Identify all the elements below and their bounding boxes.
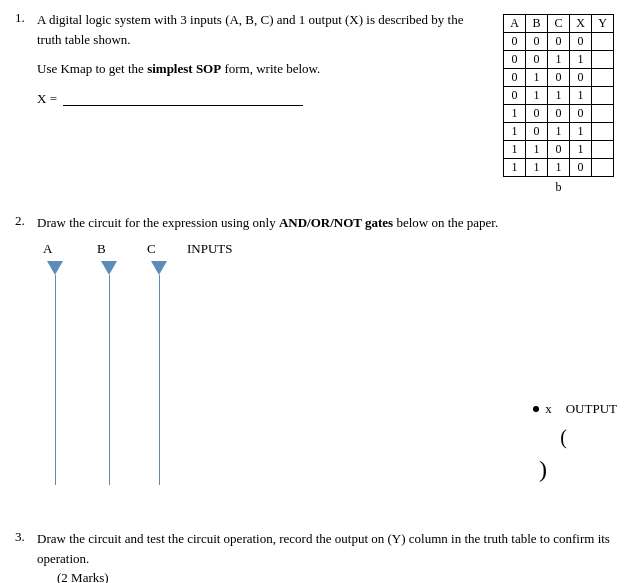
table-cell: 0 bbox=[570, 159, 592, 177]
table-row: 1000 bbox=[504, 105, 614, 123]
table-cell: 1 bbox=[526, 69, 548, 87]
q3-description: Draw the circuit and test the circuit op… bbox=[37, 529, 614, 571]
line-a bbox=[55, 275, 56, 485]
table-cell: 0 bbox=[504, 33, 526, 51]
q2-text2: below on the paper. bbox=[393, 215, 498, 230]
table-row: 1101 bbox=[504, 141, 614, 159]
table-cell bbox=[592, 51, 614, 69]
col-header-y: Y bbox=[592, 15, 614, 33]
q1-description: A digital logic system with 3 inputs (A,… bbox=[37, 10, 483, 49]
table-cell: 1 bbox=[570, 123, 592, 141]
table-row: 0011 bbox=[504, 51, 614, 69]
table-cell: 0 bbox=[504, 69, 526, 87]
table-cell: 1 bbox=[526, 87, 548, 105]
table-cell: 0 bbox=[526, 33, 548, 51]
table-cell: 1 bbox=[504, 123, 526, 141]
table-cell: 1 bbox=[526, 141, 548, 159]
table-cell: 0 bbox=[570, 33, 592, 51]
truth-table: A B C X Y 000000110100011110001011110111… bbox=[503, 14, 614, 177]
output-dot bbox=[533, 406, 539, 412]
triangle-a bbox=[47, 261, 63, 275]
table-cell: 1 bbox=[548, 51, 570, 69]
inputs-group-label: INPUTS bbox=[187, 241, 233, 257]
input-a-line bbox=[47, 261, 63, 485]
q2-text1: Draw the circuit for the expression usin… bbox=[37, 215, 279, 230]
table-cell: 0 bbox=[548, 33, 570, 51]
q2-content: Draw the circuit for the expression usin… bbox=[37, 213, 629, 511]
table-row: 1110 bbox=[504, 159, 614, 177]
q3-content: Draw the circuit and test the circuit op… bbox=[37, 529, 614, 584]
table-cell bbox=[592, 123, 614, 141]
triangle-c bbox=[151, 261, 167, 275]
question-2: 2. Draw the circuit for the expression u… bbox=[15, 213, 614, 511]
input-label-a: A bbox=[43, 241, 52, 257]
table-cell: 1 bbox=[548, 87, 570, 105]
q1-kmap-instruction: Use Kmap to get the simplest SOP form, w… bbox=[37, 59, 483, 79]
table-cell: 1 bbox=[504, 105, 526, 123]
paren-left: ( bbox=[560, 426, 567, 449]
x-expression-line: X = bbox=[37, 91, 483, 107]
q1-kmap-bold: simplest SOP bbox=[147, 61, 221, 76]
x-label: X = bbox=[37, 91, 57, 107]
output-x-label: x bbox=[545, 401, 552, 417]
line-c bbox=[159, 275, 160, 485]
table-cell: 0 bbox=[504, 87, 526, 105]
question-3: 3. Draw the circuit and test the circuit… bbox=[15, 529, 614, 584]
table-cell: 0 bbox=[504, 51, 526, 69]
table-cell bbox=[592, 69, 614, 87]
table-cell: 1 bbox=[570, 141, 592, 159]
table-row: 0100 bbox=[504, 69, 614, 87]
table-cell bbox=[592, 33, 614, 51]
line-b bbox=[109, 275, 110, 485]
table-cell: 0 bbox=[548, 105, 570, 123]
table-cell: 1 bbox=[548, 123, 570, 141]
table-cell: 1 bbox=[570, 51, 592, 69]
paren-right: ) bbox=[539, 456, 547, 483]
table-row: 0111 bbox=[504, 87, 614, 105]
q1-kmap-text1: Use Kmap to get the bbox=[37, 61, 147, 76]
table-cell: 0 bbox=[570, 105, 592, 123]
table-row: 1011 bbox=[504, 123, 614, 141]
table-cell: 0 bbox=[526, 105, 548, 123]
q2-bold: AND/OR/NOT gates bbox=[279, 215, 393, 230]
table-cell: 1 bbox=[504, 159, 526, 177]
triangle-b bbox=[101, 261, 117, 275]
question-1: 1. A digital logic system with 3 inputs … bbox=[15, 10, 614, 195]
q3-number: 3. bbox=[15, 529, 31, 545]
q1-kmap-text2: form, write below. bbox=[221, 61, 320, 76]
col-header-x: X bbox=[570, 15, 592, 33]
circuit-diagram-area: A B C INPUTS bbox=[37, 241, 629, 511]
col-header-b: B bbox=[526, 15, 548, 33]
q1-content: A digital logic system with 3 inputs (A,… bbox=[37, 10, 614, 195]
x-answer-line bbox=[63, 92, 303, 106]
input-label-b: B bbox=[97, 241, 106, 257]
output-area: x OUTPUT bbox=[533, 401, 617, 417]
output-label: OUTPUT bbox=[566, 401, 617, 417]
q3-marks: (2 Marks) bbox=[57, 570, 614, 583]
table-cell: 0 bbox=[548, 69, 570, 87]
input-b-line bbox=[101, 261, 117, 485]
col-header-a: A bbox=[504, 15, 526, 33]
table-cell: 1 bbox=[526, 159, 548, 177]
table-cell: 1 bbox=[548, 159, 570, 177]
table-cell: 0 bbox=[526, 123, 548, 141]
table-cell bbox=[592, 141, 614, 159]
input-c-line bbox=[151, 261, 167, 485]
truth-table-container: A B C X Y 000000110100011110001011110111… bbox=[503, 10, 614, 195]
table-cell bbox=[592, 105, 614, 123]
table-cell: 1 bbox=[570, 87, 592, 105]
table-row: 0000 bbox=[504, 33, 614, 51]
table-cell: 0 bbox=[526, 51, 548, 69]
table-cell: 0 bbox=[548, 141, 570, 159]
q1-text-block: A digital logic system with 3 inputs (A,… bbox=[37, 10, 483, 107]
table-cell bbox=[592, 159, 614, 177]
q2-number: 2. bbox=[15, 213, 31, 229]
table-cell: 1 bbox=[504, 141, 526, 159]
q2-description: Draw the circuit for the expression usin… bbox=[37, 213, 629, 233]
small-b-label: b bbox=[503, 180, 614, 195]
table-cell bbox=[592, 87, 614, 105]
col-header-c: C bbox=[548, 15, 570, 33]
q1-number: 1. bbox=[15, 10, 31, 26]
table-cell: 0 bbox=[570, 69, 592, 87]
input-label-c: C bbox=[147, 241, 156, 257]
